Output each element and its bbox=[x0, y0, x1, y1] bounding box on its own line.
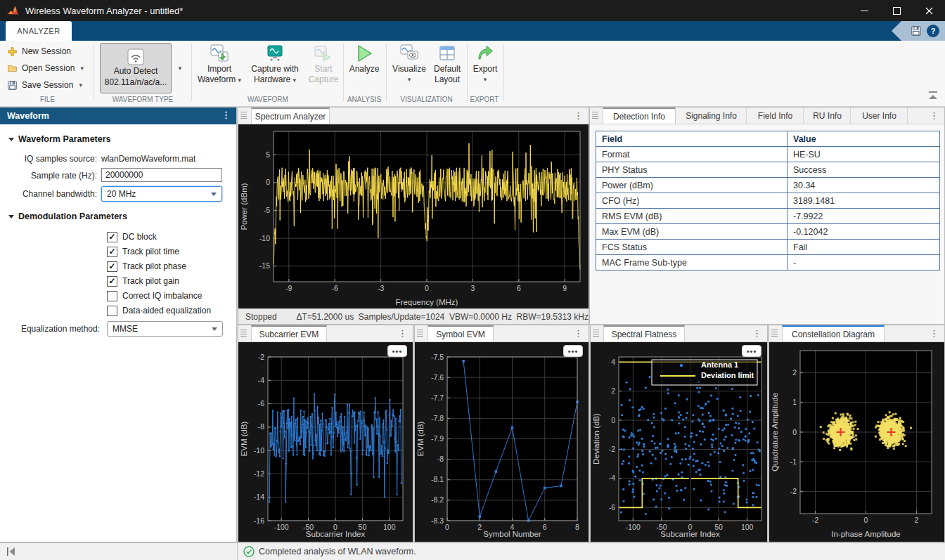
subcarrier-evm-plot[interactable]: -100-50050100-2-4-6-8-10-12-14-16Subcarr… bbox=[238, 342, 413, 542]
symbol-evm-plot[interactable]: 02468-7.5-7.6-7.7-7.8-7.9-8-8.1-8.2-8.3S… bbox=[415, 342, 589, 542]
plot-overflow-button[interactable]: ••• bbox=[387, 345, 407, 357]
minimize-button[interactable] bbox=[848, 0, 880, 21]
table-row[interactable]: Max EVM (dB)-0.12042 bbox=[596, 224, 940, 240]
maximize-button[interactable] bbox=[880, 0, 913, 21]
table-row[interactable]: PHY StatusSuccess bbox=[596, 162, 940, 178]
panel-grip-icon[interactable] bbox=[592, 112, 598, 120]
flatness-panel-menu-icon[interactable]: ⋮ bbox=[752, 328, 761, 339]
save-icon[interactable] bbox=[911, 25, 922, 37]
checkbox-box[interactable]: ✓ bbox=[107, 276, 117, 287]
constellation-panel-menu-icon[interactable]: ⋮ bbox=[930, 328, 939, 339]
capture-hardware-button[interactable]: Capture with Hardware ▾ bbox=[246, 43, 304, 86]
svg-text:-100: -100 bbox=[274, 523, 289, 531]
tab-constellation-diagram[interactable]: Constellation Diagram bbox=[782, 325, 885, 341]
checkbox-label: Track pilot gain bbox=[122, 276, 179, 286]
spectral-flatness-plot[interactable]: -100-50050100420-2-4-6Subcarrier IndexDe… bbox=[591, 342, 767, 542]
ribbon-tab-row: ANALYZER ? bbox=[0, 21, 945, 41]
export-button[interactable]: Export ▾ bbox=[470, 43, 501, 85]
new-session-button[interactable]: New Session bbox=[7, 44, 71, 59]
close-button[interactable] bbox=[913, 0, 945, 21]
checkbox-track-pilot-time[interactable]: ✓ Track pilot time bbox=[107, 246, 179, 257]
tab-spectrum-analyzer[interactable]: Spectrum Analyzer bbox=[251, 108, 330, 124]
sample-rate-input[interactable] bbox=[101, 168, 222, 182]
tab-analyzer[interactable]: ANALYZER bbox=[6, 21, 72, 41]
panel-grip-icon[interactable] bbox=[240, 330, 247, 338]
tab-subcarrier-evm[interactable]: Subcarrier EVM bbox=[251, 325, 327, 341]
tab-signaling-info[interactable]: Signaling Info bbox=[676, 108, 747, 124]
channel-bandwidth-dropdown[interactable]: 20 MHz bbox=[101, 186, 222, 202]
collapse-ribbon-button[interactable] bbox=[927, 90, 939, 101]
auto-detect-button[interactable]: Auto Detect 802.11a/n/ac/a... bbox=[100, 43, 172, 93]
table-row[interactable]: CFO (Hz)3189.1481 bbox=[596, 193, 940, 209]
checkbox-box[interactable]: ✓ bbox=[107, 291, 117, 301]
save-session-dropdown-icon[interactable]: ▾ bbox=[79, 82, 82, 89]
panel-grip-icon[interactable] bbox=[240, 112, 247, 120]
table-row[interactable]: FormatHE-SU bbox=[596, 147, 940, 162]
svg-text:6: 6 bbox=[517, 284, 521, 292]
spectrum-panel-menu-icon[interactable]: ⋮ bbox=[574, 110, 583, 121]
panel-grip-icon[interactable] bbox=[417, 330, 423, 338]
visualize-button[interactable]: Visualize ▾ bbox=[389, 43, 430, 85]
checkbox-box[interactable]: ✓ bbox=[107, 306, 117, 316]
collapse-arrow-icon bbox=[8, 215, 14, 219]
section-waveform-parameters[interactable]: Waveform Parameters bbox=[8, 134, 111, 144]
tab-user-info[interactable]: User Info bbox=[851, 108, 908, 124]
symbol-evm-panel: Symbol EVM ⋮ 02468-7.5-7.6-7.7-7.8-7.9-8… bbox=[414, 325, 589, 542]
plot-overflow-button[interactable]: ••• bbox=[563, 345, 583, 357]
tab-ru-info[interactable]: RU Info bbox=[804, 108, 851, 124]
checkbox-track-pilot-phase[interactable]: ✓ Track pilot phase bbox=[107, 261, 186, 272]
svg-text:-16: -16 bbox=[254, 516, 264, 525]
collapse-panel-icon[interactable] bbox=[6, 547, 17, 556]
svg-text:-2: -2 bbox=[790, 487, 797, 495]
analyze-button[interactable]: Analyze bbox=[346, 43, 382, 74]
spectrum-plot[interactable]: -9-6-3036950-5-10-15Frequency (MHz)Power… bbox=[238, 124, 589, 310]
open-session-button[interactable]: Open Session ▾ bbox=[7, 60, 84, 76]
checkbox-correct-iq-imbalance[interactable]: ✓ Correct IQ imbalance bbox=[107, 290, 202, 301]
table-row[interactable]: RMS EVM (dB)-7.9922 bbox=[596, 209, 940, 224]
checkbox-dc-block[interactable]: ✓ DC block bbox=[107, 231, 157, 242]
open-session-dropdown-icon[interactable]: ▾ bbox=[80, 65, 84, 72]
waveform-panel-menu-icon[interactable]: ⋮ bbox=[221, 110, 231, 120]
table-row[interactable]: FCS StatusFail bbox=[596, 240, 940, 255]
tab-symbol-evm[interactable]: Symbol EVM bbox=[428, 325, 494, 341]
plot-overflow-button[interactable]: ••• bbox=[742, 345, 761, 357]
tab-field-info[interactable]: Field Info bbox=[747, 108, 804, 124]
checkbox-data-aided-equalization[interactable]: ✓ Data-aided equalization bbox=[107, 305, 211, 316]
checkbox-box[interactable]: ✓ bbox=[107, 232, 117, 242]
constellation-plot[interactable]: -202-2-1012In-phase AmplitudeQuadrature … bbox=[769, 342, 944, 542]
panel-grip-icon[interactable] bbox=[771, 330, 778, 338]
subcarrier-panel-menu-icon[interactable]: ⋮ bbox=[398, 328, 407, 339]
table-header-row: Field Value bbox=[596, 131, 940, 147]
save-session-button[interactable]: Save Session ▾ bbox=[7, 77, 82, 93]
equalization-method-dropdown[interactable]: MMSE bbox=[107, 321, 223, 337]
visualize-icon bbox=[399, 44, 419, 63]
equalization-method-label: Equalization method: bbox=[0, 324, 100, 334]
checkbox-track-pilot-gain[interactable]: ✓ Track pilot gain bbox=[107, 275, 179, 287]
svg-text:-4: -4 bbox=[609, 474, 615, 482]
symbol-panel-menu-icon[interactable]: ⋮ bbox=[574, 328, 583, 339]
waveform-type-dropdown-button[interactable]: ▾ bbox=[173, 43, 187, 93]
svg-text:-7.5: -7.5 bbox=[431, 353, 444, 361]
default-layout-button[interactable]: Default Layout bbox=[430, 43, 465, 85]
svg-text:Frequency (MHz): Frequency (MHz) bbox=[396, 298, 458, 306]
tab-spectral-flatness[interactable]: Spectral Flatness bbox=[603, 325, 685, 341]
detection-panel-menu-icon[interactable]: ⋮ bbox=[930, 110, 939, 121]
svg-text:-10: -10 bbox=[259, 234, 270, 242]
panel-grip-icon[interactable] bbox=[593, 330, 599, 338]
checkbox-box[interactable]: ✓ bbox=[107, 261, 117, 272]
section-demodulation-parameters[interactable]: Demodulation Parameters bbox=[8, 211, 127, 221]
svg-text:-7.6: -7.6 bbox=[431, 373, 444, 382]
table-row[interactable]: MAC Frame Sub-type- bbox=[596, 255, 940, 271]
tab-detection-info[interactable]: Detection Info bbox=[603, 108, 676, 124]
svg-text:-100: -100 bbox=[626, 523, 641, 531]
checkbox-box[interactable]: ✓ bbox=[107, 247, 117, 257]
svg-text:5: 5 bbox=[266, 150, 270, 159]
help-button[interactable]: ? bbox=[927, 25, 939, 37]
svg-text:1: 1 bbox=[792, 398, 797, 406]
spectrum-status-state: Stopped bbox=[245, 312, 296, 322]
table-row[interactable]: Power (dBm)30.34 bbox=[596, 178, 940, 193]
capture-line2: Hardware bbox=[254, 74, 290, 84]
import-waveform-button[interactable]: Import Waveform ▾ bbox=[195, 43, 243, 86]
chevron-down-icon bbox=[212, 327, 217, 331]
ribbon-separator bbox=[343, 44, 344, 101]
